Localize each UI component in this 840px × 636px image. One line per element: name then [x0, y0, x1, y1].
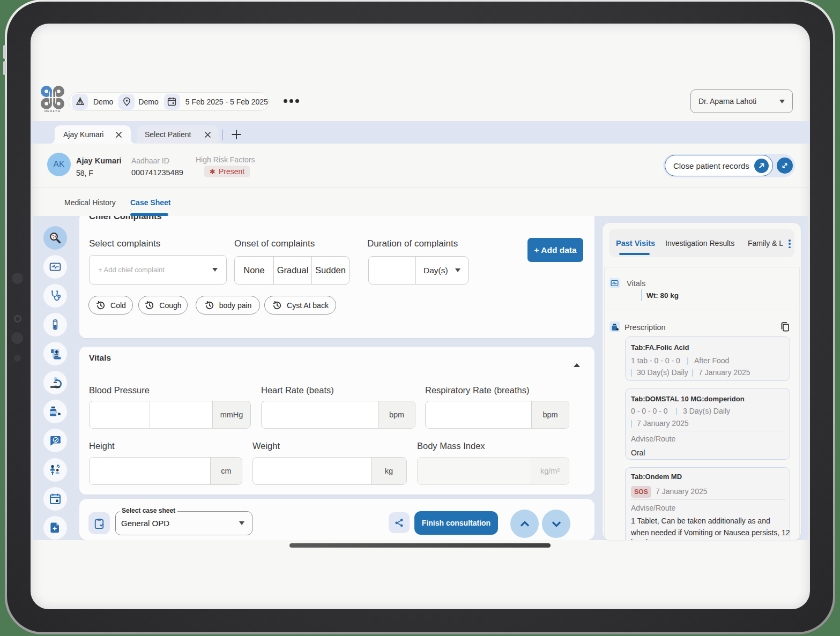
svg-text:HEALTH: HEALTH [44, 109, 61, 113]
